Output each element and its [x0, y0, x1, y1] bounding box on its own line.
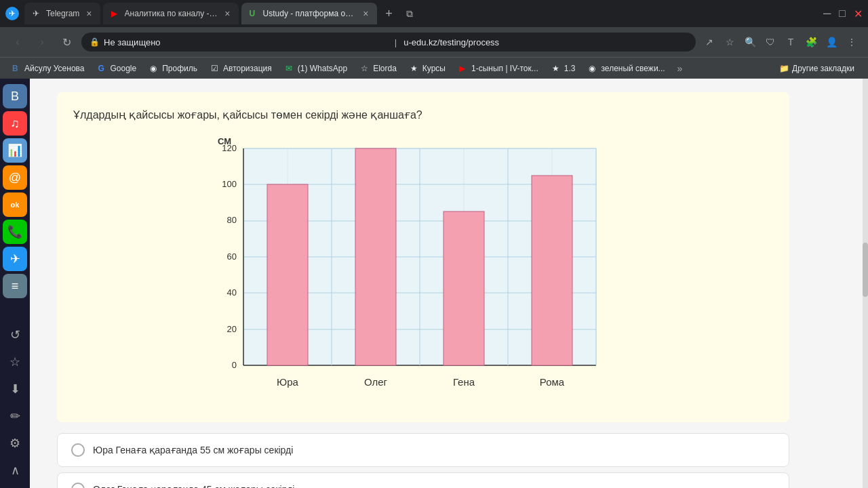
radio-1[interactable] — [71, 443, 85, 457]
bookmark-star-icon[interactable]: ☆ — [722, 34, 738, 50]
extensions-icon[interactable]: ⧉ — [401, 5, 418, 22]
close-button[interactable]: ✕ — [854, 7, 863, 20]
bookmark-google[interactable]: G Google — [94, 62, 141, 75]
bookmark-auth[interactable]: ☑ Авторизация — [207, 62, 276, 75]
green-bookmark-icon: ◉ — [589, 64, 598, 73]
school-bookmark-icon: ▶ — [459, 64, 469, 73]
svg-text:40: 40 — [227, 287, 237, 298]
new-tab-button[interactable]: + — [380, 4, 399, 23]
tab-ustudy-close[interactable]: × — [363, 8, 368, 19]
bookmark-whatsapp[interactable]: ✉ (1) WhatsApp — [281, 62, 351, 75]
sidebar-icon-settings[interactable]: ⚙ — [3, 431, 27, 455]
answer-option-1[interactable]: Юра Генаға қарағанда 55 см жоғары секірд… — [57, 433, 789, 467]
main-area: В ♫ 📊 @ ok 📞 ✈ ≡ ↺ ☆ ⬇ ✏ ⚙ ∧ Ұлдардың қа… — [0, 79, 868, 488]
lock-icon: 🔒 — [90, 37, 100, 47]
bookmark-vk[interactable]: В Айсулу Усенова — [8, 62, 89, 75]
bookmarks-more-button[interactable]: » — [677, 63, 683, 74]
bookmarks-bar: В Айсулу Усенова G Google ◉ Профиль ☑ Ав… — [0, 57, 868, 79]
translate-icon[interactable]: T — [783, 34, 799, 50]
label-oleg: Олег — [364, 376, 388, 388]
label-roma: Рома — [540, 376, 565, 388]
sidebar-icon-chevron[interactable]: ∧ — [3, 458, 27, 483]
browser-window: ✈ ✈ Telegram × ▶ Аналитика по каналу - Y… — [0, 0, 868, 488]
sidebar-icon-vk[interactable]: В — [3, 84, 27, 108]
svg-text:60: 60 — [227, 251, 237, 262]
bookmark-green[interactable]: ◉ зеленый свежи... — [585, 62, 669, 75]
bookmark-green-label: зеленый свежи... — [601, 64, 665, 73]
bookmark-elorda[interactable]: ☆ Elorda — [357, 62, 401, 75]
tab-ustudy[interactable]: U Ustudy - платформа онлайн... × — [241, 3, 377, 24]
back-button[interactable]: ‹ — [8, 33, 27, 52]
youtube-tab-icon: ▶ — [111, 9, 121, 18]
share-icon[interactable]: ↗ — [701, 34, 717, 50]
maximize-button[interactable]: □ — [839, 7, 846, 20]
bookmark-kursy-label: Курсы — [422, 64, 446, 73]
shield-icon[interactable]: 🛡 — [762, 34, 778, 50]
svg-text:СМ: СМ — [218, 136, 231, 146]
bookmark-vk-label: Айсулу Усенова — [24, 64, 85, 73]
question-text: Ұлдардың қайсысы жоғары, қайсысы төмен с… — [73, 108, 773, 121]
folder-icon: 📁 — [779, 64, 789, 73]
bar-roma — [532, 176, 572, 365]
label-gena: Гена — [453, 376, 475, 388]
sidebar-icon-telegram[interactable]: ✈ — [3, 247, 27, 271]
bookmark-elorda-label: Elorda — [373, 64, 397, 73]
tab-youtube-close[interactable]: × — [224, 8, 230, 19]
radio-2[interactable] — [71, 483, 85, 488]
bar-chart: 120 100 80 60 40 20 0 СМ — [203, 135, 623, 406]
vk-bookmark-icon: В — [12, 64, 22, 73]
tab-youtube-label: Аналитика по каналу - YouTu... — [125, 9, 218, 18]
num-bookmark-icon: ★ — [552, 64, 561, 73]
label-yura: Юра — [277, 376, 298, 388]
bar-oleg — [355, 148, 396, 365]
tab-ustudy-label: Ustudy - платформа онлайн... — [263, 9, 357, 18]
reload-button[interactable]: ↻ — [57, 33, 76, 52]
tab-telegram-close[interactable]: × — [86, 8, 92, 19]
sidebar-icon-phone[interactable]: 📞 — [3, 220, 27, 244]
bar-gena — [443, 211, 484, 365]
folder-label: Другие закладки — [792, 64, 854, 73]
navigation-bar: ‹ › ↻ 🔒 Не защищено | u-edu.kz/testing/p… — [0, 27, 868, 57]
bookmark-num[interactable]: ★ 1.3 — [548, 62, 580, 75]
google-bookmark-icon: G — [98, 64, 108, 73]
bookmark-school-label: 1-сынып | IV-ток... — [471, 64, 538, 73]
elorda-bookmark-icon: ☆ — [361, 64, 370, 73]
tab-telegram[interactable]: ✈ Telegram × — [24, 3, 100, 24]
sidebar-icon-list[interactable]: ≡ — [3, 274, 27, 298]
search-icon[interactable]: 🔍 — [742, 34, 758, 50]
sidebar-icon-mail[interactable]: @ — [3, 165, 27, 190]
minimize-button[interactable]: ─ — [823, 7, 831, 20]
bookmark-num-label: 1.3 — [564, 64, 576, 73]
answer-option-2[interactable]: Олег Генаға қарағанда 45 см жоғары секір… — [57, 472, 789, 488]
profile-icon[interactable]: 👤 — [823, 34, 840, 50]
extensions-icon2[interactable]: 🧩 — [803, 34, 819, 50]
window-controls: ─ □ ✕ — [823, 7, 863, 20]
sidebar-icon-stats[interactable]: 📊 — [3, 138, 27, 163]
address-protocol: Не защищено — [104, 37, 388, 47]
chart-container: 120 100 80 60 40 20 0 СМ — [203, 135, 644, 406]
question-card: Ұлдардың қайсысы жоғары, қайсысы төмен с… — [57, 92, 789, 422]
page-content: Ұлдардың қайсысы жоғары, қайсысы төмен с… — [30, 79, 868, 488]
sidebar-icon-pen[interactable]: ✏ — [3, 404, 27, 428]
other-bookmarks-folder[interactable]: 📁 Другие закладки — [774, 62, 860, 75]
scrollbar[interactable] — [863, 79, 868, 488]
tab-youtube[interactable]: ▶ Аналитика по каналу - YouTu... × — [103, 3, 239, 24]
sidebar-icon-ok[interactable]: ok — [3, 192, 27, 217]
sidebar-icon-music[interactable]: ♫ — [3, 111, 27, 136]
scrollbar-thumb[interactable] — [863, 243, 868, 297]
bookmark-auth-label: Авторизация — [223, 64, 272, 73]
svg-text:80: 80 — [227, 215, 237, 225]
menu-icon[interactable]: ⋮ — [844, 34, 860, 50]
address-separator: | — [395, 37, 397, 47]
sidebar-icon-download[interactable]: ⬇ — [3, 377, 27, 401]
sidebar-icon-star[interactable]: ☆ — [3, 350, 27, 374]
svg-text:100: 100 — [222, 179, 237, 189]
bookmark-kursy[interactable]: ★ Курсы — [406, 62, 450, 75]
forward-button[interactable]: › — [33, 33, 52, 52]
sidebar-icon-history[interactable]: ↺ — [3, 323, 27, 347]
kursy-bookmark-icon: ★ — [410, 64, 420, 73]
address-bar[interactable]: 🔒 Не защищено | u-edu.kz/testing/process — [81, 33, 696, 52]
bookmark-school[interactable]: ▶ 1-сынып | IV-ток... — [455, 62, 542, 75]
bookmark-profile[interactable]: ◉ Профиль — [146, 62, 201, 75]
bookmark-google-label: Google — [111, 64, 137, 73]
